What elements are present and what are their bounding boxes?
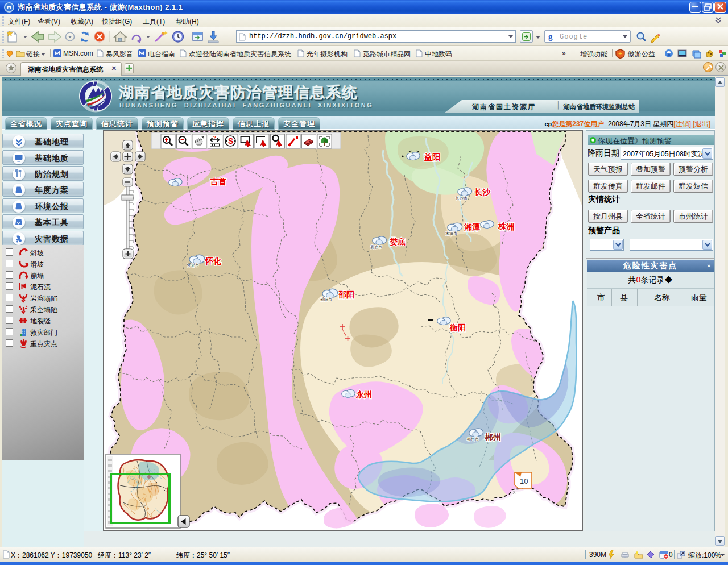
svg-text:10: 10 (520, 477, 528, 485)
svg-text:娄底市: 娄底市 (370, 244, 382, 250)
svg-text:怀化市: 怀化市 (187, 263, 199, 268)
svg-text:S: S (228, 136, 233, 146)
svg-text:衡阳: 衡阳 (449, 323, 466, 332)
svg-text:邵阳市: 邵阳市 (320, 297, 332, 302)
svg-text:益阳: 益阳 (424, 152, 440, 161)
svg-text:永州: 永州 (355, 390, 372, 399)
svg-text:?: ? (213, 135, 217, 140)
svg-text:湘潭: 湘潭 (464, 222, 480, 231)
svg-text:湘潭市: 湘潭市 (445, 231, 457, 236)
svg-text:邵阳: 邵阳 (338, 290, 354, 299)
svg-text:娄底: 娄底 (390, 237, 406, 246)
svg-text:长沙: 长沙 (474, 188, 491, 197)
svg-text:长沙市: 长沙市 (456, 196, 468, 201)
svg-text:郴州市: 郴州市 (467, 437, 479, 441)
svg-text:郴州: 郴州 (485, 433, 501, 442)
svg-text:株洲: 株洲 (498, 222, 514, 231)
svg-text:吉首: 吉首 (210, 177, 226, 186)
svg-text:怀化: 怀化 (205, 256, 221, 265)
